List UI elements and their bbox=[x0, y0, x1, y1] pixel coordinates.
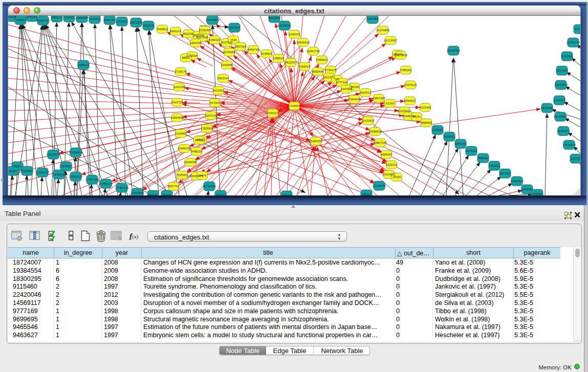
svg-text:1362615: 1362615 bbox=[299, 65, 311, 68]
svg-text:1115682: 1115682 bbox=[21, 169, 33, 172]
svg-text:16648784: 16648784 bbox=[447, 49, 461, 52]
svg-text:15751074: 15751074 bbox=[567, 41, 580, 44]
svg-text:1546: 1546 bbox=[230, 38, 237, 41]
svg-text:391549: 391549 bbox=[8, 16, 16, 18]
svg-text:2087682: 2087682 bbox=[367, 17, 379, 20]
svg-text:2803144: 2803144 bbox=[217, 77, 229, 80]
svg-text:817008: 817008 bbox=[210, 101, 220, 104]
svg-text:3624514: 3624514 bbox=[360, 91, 372, 94]
svg-text:39154: 39154 bbox=[9, 169, 17, 172]
svg-text:9242848: 9242848 bbox=[221, 63, 233, 67]
svg-text:9474444: 9474444 bbox=[466, 149, 477, 152]
svg-text:8660124: 8660124 bbox=[170, 30, 182, 33]
svg-text:116753: 116753 bbox=[571, 157, 581, 160]
svg-text:90213: 90213 bbox=[216, 193, 225, 195]
svg-text:7663822: 7663822 bbox=[157, 28, 168, 31]
svg-text:733426: 733426 bbox=[532, 192, 542, 195]
svg-text:62160: 62160 bbox=[386, 102, 394, 105]
svg-text:140557: 140557 bbox=[15, 18, 25, 21]
svg-text:9684067: 9684067 bbox=[381, 153, 393, 156]
svg-text:12505135: 12505135 bbox=[69, 175, 82, 178]
svg-text:13975867: 13975867 bbox=[59, 165, 73, 168]
svg-text:891295: 891295 bbox=[183, 32, 193, 35]
svg-text:80412: 80412 bbox=[282, 194, 291, 195]
svg-text:7485063: 7485063 bbox=[400, 69, 412, 72]
svg-text:17957225: 17957225 bbox=[85, 178, 99, 181]
svg-text:1654339: 1654339 bbox=[190, 41, 202, 45]
svg-text:7955812: 7955812 bbox=[316, 58, 328, 61]
svg-text:16782759: 16782759 bbox=[115, 186, 128, 189]
svg-text:9327508: 9327508 bbox=[197, 36, 208, 39]
svg-text:3375685: 3375685 bbox=[224, 51, 235, 54]
svg-text:16210643: 16210643 bbox=[554, 115, 567, 118]
svg-text:98901: 98901 bbox=[182, 56, 190, 59]
svg-text:3498224: 3498224 bbox=[191, 150, 203, 153]
svg-text:7515526: 7515526 bbox=[143, 24, 155, 27]
svg-text:1588520: 1588520 bbox=[273, 57, 285, 60]
svg-text:9146821: 9146821 bbox=[261, 52, 273, 55]
svg-text:18807249: 18807249 bbox=[374, 141, 387, 144]
svg-text:6734078: 6734078 bbox=[325, 69, 337, 72]
svg-text:19692971: 19692971 bbox=[557, 129, 570, 133]
svg-text:1221338: 1221338 bbox=[173, 85, 185, 89]
svg-text:12213967: 12213967 bbox=[384, 39, 397, 42]
svg-text:6879197: 6879197 bbox=[455, 142, 467, 145]
svg-text:1530027: 1530027 bbox=[267, 112, 279, 115]
svg-text:9245652: 9245652 bbox=[521, 188, 533, 191]
svg-text:12342757: 12342757 bbox=[36, 171, 49, 174]
svg-text:1244415: 1244415 bbox=[554, 99, 565, 102]
svg-text:1010755: 1010755 bbox=[171, 101, 183, 104]
svg-text:2718176: 2718176 bbox=[175, 70, 187, 73]
svg-text:6497568: 6497568 bbox=[341, 87, 353, 91]
svg-text:10688609: 10688609 bbox=[368, 130, 382, 133]
svg-text:14099489: 14099489 bbox=[184, 161, 197, 164]
svg-text:15716485: 15716485 bbox=[203, 185, 216, 188]
svg-text:2005334: 2005334 bbox=[78, 63, 90, 67]
svg-text:0899695: 0899695 bbox=[421, 121, 432, 124]
svg-text:1325419: 1325419 bbox=[289, 33, 300, 36]
svg-text:1615132: 1615132 bbox=[386, 163, 398, 166]
svg-text:8215938: 8215938 bbox=[541, 106, 553, 110]
svg-text:17016504: 17016504 bbox=[562, 143, 576, 146]
svg-text:10671355: 10671355 bbox=[129, 21, 143, 24]
svg-text:20364436: 20364436 bbox=[347, 98, 361, 101]
svg-text:10655287: 10655287 bbox=[75, 16, 89, 19]
svg-text:25234: 25234 bbox=[393, 176, 401, 179]
svg-text:15136141: 15136141 bbox=[373, 184, 386, 187]
svg-text:2935114: 2935114 bbox=[477, 157, 489, 160]
svg-text:1724007: 1724007 bbox=[289, 104, 300, 107]
svg-text:3267130: 3267130 bbox=[205, 114, 217, 117]
svg-text:8226058: 8226058 bbox=[199, 29, 211, 32]
svg-text:2867608: 2867608 bbox=[235, 45, 247, 48]
svg-text:8427552: 8427552 bbox=[213, 89, 225, 92]
svg-text:1621072: 1621072 bbox=[323, 76, 335, 79]
svg-text:889122: 889122 bbox=[52, 16, 61, 19]
svg-text:10654112: 10654112 bbox=[510, 180, 523, 183]
svg-text:10046766: 10046766 bbox=[178, 147, 191, 150]
svg-text:19654985: 19654985 bbox=[170, 116, 184, 119]
svg-text:8990448: 8990448 bbox=[312, 70, 324, 73]
svg-text:1527602: 1527602 bbox=[89, 17, 101, 20]
svg-text:8454749: 8454749 bbox=[248, 48, 259, 51]
svg-text:10025433: 10025433 bbox=[398, 110, 411, 113]
svg-text:10973493: 10973493 bbox=[394, 54, 407, 57]
svg-text:12093873: 12093873 bbox=[554, 83, 568, 86]
svg-text:9129966: 9129966 bbox=[561, 55, 573, 58]
svg-text:7632621: 7632621 bbox=[489, 164, 500, 167]
svg-text:164095: 164095 bbox=[432, 128, 442, 132]
svg-text:8186323: 8186323 bbox=[209, 38, 221, 41]
svg-text:15720407: 15720407 bbox=[361, 119, 375, 122]
svg-text:8522037: 8522037 bbox=[285, 61, 297, 64]
svg-text:8813054: 8813054 bbox=[269, 16, 280, 19]
svg-text:12975115: 12975115 bbox=[404, 83, 417, 86]
svg-text:1145194: 1145194 bbox=[53, 173, 65, 176]
svg-text:10807487: 10807487 bbox=[372, 97, 385, 100]
svg-text:1071915: 1071915 bbox=[116, 20, 128, 23]
svg-text:6466160: 6466160 bbox=[104, 18, 116, 21]
svg-text:104023: 104023 bbox=[64, 16, 74, 19]
svg-text:19218506: 19218506 bbox=[278, 24, 291, 27]
svg-text:16154808: 16154808 bbox=[376, 29, 389, 32]
svg-text:14479: 14479 bbox=[198, 174, 206, 177]
svg-text:7357224: 7357224 bbox=[229, 26, 241, 29]
svg-text:64231: 64231 bbox=[412, 115, 421, 118]
